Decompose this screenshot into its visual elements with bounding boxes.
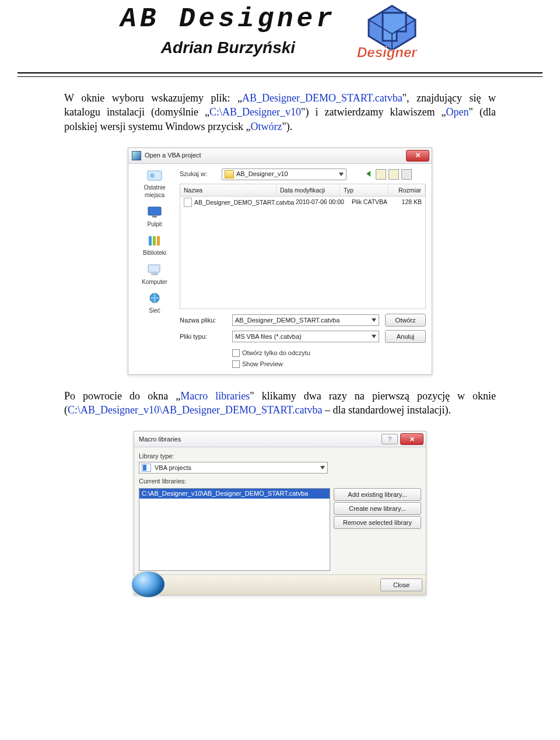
header-divider <box>18 72 542 77</box>
back-icon[interactable] <box>364 169 373 178</box>
svg-point-1 <box>150 173 155 178</box>
views-icon[interactable] <box>401 169 412 180</box>
folder-icon <box>225 170 234 178</box>
dialog2-titlebar: Macro libraries ? ✕ <box>134 432 426 447</box>
cancel-button[interactable]: Anuluj <box>385 330 426 343</box>
read-only-checkbox[interactable]: Otwórz tylko do odczytu <box>232 349 379 357</box>
macro-libraries-ref: Macro libraries <box>180 390 250 402</box>
paragraph-2: Po powrocie do okna „Macro libraries" kl… <box>64 389 496 418</box>
places-sidebar: Ostatnie miejsca Pulpit Biblioteki Kompu… <box>134 169 175 369</box>
filename-label: Nazwa pliku: <box>180 316 226 325</box>
remove-library-button[interactable]: Remove selected library <box>334 516 421 529</box>
brand-subtitle: Adrian Burzyński <box>161 38 295 57</box>
dialog2-footer: Close <box>134 574 426 595</box>
library-type-label: Library type: <box>139 452 421 461</box>
close-button[interactable]: ✕ <box>400 433 424 445</box>
macro-libraries-dialog: Macro libraries ? ✕ Library type: VBA pr… <box>134 431 426 595</box>
svg-rect-8 <box>151 273 158 275</box>
current-libraries-label: Current libraries: <box>139 477 421 486</box>
filename-ref: AB_Designer_DEMO_START.catvba <box>242 92 402 104</box>
filename-input[interactable]: AB_Designer_DEMO_START.catvba <box>232 314 379 326</box>
sidebar-computer[interactable]: Komputer <box>142 263 167 286</box>
sidebar-desktop[interactable]: Pulpit <box>146 205 163 229</box>
vba-icon <box>142 464 151 472</box>
close-dialog-button[interactable]: Close <box>380 578 422 591</box>
svg-rect-4 <box>149 236 152 246</box>
open-label-ref: Open <box>446 106 469 118</box>
svg-rect-7 <box>148 265 160 272</box>
selected-library[interactable]: C:\AB_Designer_v10\AB_Designer_DEMO_STAR… <box>139 489 330 499</box>
libraries-list[interactable]: C:\AB_Designer_v10\AB_Designer_DEMO_STAR… <box>139 488 330 571</box>
paragraph-1: W oknie wyboru wskazujemy plik: „AB_Desi… <box>64 91 496 134</box>
file-list[interactable]: AB_Designer_DEMO_START.catvba 2010-07-06… <box>180 197 426 309</box>
brand-logo-icon: Designer <box>352 2 440 61</box>
otworz-label-ref: Otwórz <box>250 121 282 132</box>
open-button[interactable]: Otwórz <box>385 314 426 327</box>
help-button[interactable]: ? <box>382 434 398 444</box>
install-dir-ref: C:\AB_Designer_v10 <box>209 106 301 118</box>
library-type-combo[interactable]: VBA projects <box>139 462 328 474</box>
logo-word: Designer <box>357 44 418 60</box>
brand-title: AB Designer <box>120 6 336 33</box>
filetype-label: Pliki typu: <box>180 332 226 341</box>
globe-icon <box>132 571 164 597</box>
up-folder-icon[interactable] <box>376 169 386 180</box>
sidebar-network[interactable]: Sieć <box>146 292 163 315</box>
sidebar-libraries[interactable]: Biblioteki <box>143 234 166 257</box>
file-list-header: Nazwa Data modyfikacji Typ Rozmiar <box>180 184 426 197</box>
show-preview-checkbox[interactable]: Show Preview <box>232 360 379 369</box>
svg-rect-6 <box>157 236 160 246</box>
file-row[interactable]: AB_Designer_DEMO_START.catvba 2010-07-06… <box>180 197 425 208</box>
filetype-combo[interactable]: MS VBA files (*.catvba) <box>232 331 379 342</box>
open-vba-project-dialog: Open a VBA project ✕ Ostatnie miejsca Pu… <box>128 148 432 375</box>
lookin-combo[interactable]: AB_Designer_v10 <box>222 169 346 180</box>
file-icon <box>184 198 192 207</box>
dialog-title: Open a VBA project <box>145 151 201 160</box>
close-button[interactable]: ✕ <box>406 150 429 162</box>
dialog2-title: Macro libraries <box>139 435 181 444</box>
lookin-label: Szukaj w: <box>180 170 218 178</box>
create-library-button[interactable]: Create new library... <box>334 502 421 515</box>
sidebar-recent[interactable]: Ostatnie miejsca <box>134 169 175 199</box>
document-header: AB Designer Adrian Burzyński Designer <box>18 0 542 61</box>
dialog-titlebar: Open a VBA project ✕ <box>128 148 432 164</box>
app-icon <box>132 151 141 160</box>
catvba-path-ref: C:\AB_Designer_v10\AB_Designer_DEMO_STAR… <box>68 404 323 416</box>
svg-rect-5 <box>153 236 156 246</box>
svg-rect-3 <box>152 216 157 218</box>
new-folder-icon[interactable] <box>388 169 399 180</box>
svg-rect-2 <box>148 207 161 215</box>
add-library-button[interactable]: Add existing library... <box>334 488 421 501</box>
